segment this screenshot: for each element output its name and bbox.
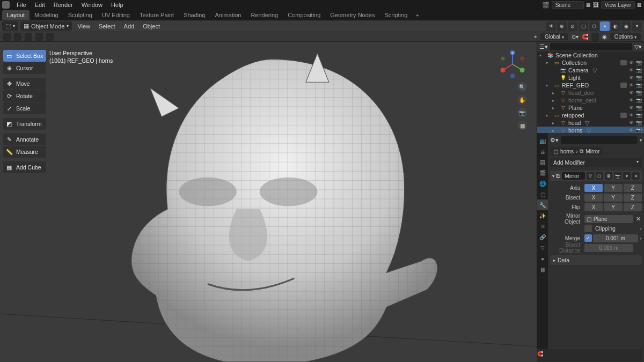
snap-target-icon[interactable]: [591, 33, 599, 41]
props-editor-type-icon[interactable]: ⚙▾: [550, 137, 559, 143]
tool-move[interactable]: ✥Move: [3, 78, 46, 90]
prop-tab-viewlayer[interactable]: 🖼: [537, 157, 548, 167]
outliner-row-ref-geo[interactable]: ▾▭REF_GEO👁📷: [537, 82, 644, 89]
mod-delete-icon[interactable]: ✕: [632, 172, 640, 180]
prop-tab-modifiers[interactable]: 🔧: [537, 200, 548, 210]
modifier-name-field[interactable]: Mirror: [562, 172, 585, 180]
tab-compositing[interactable]: Compositing: [283, 10, 325, 20]
snap-magnet-icon[interactable]: 🧲: [582, 34, 588, 40]
outliner-row-collection[interactable]: ▾▭Collection👁📷: [537, 59, 644, 67]
shading-dropdown-icon[interactable]: ▾: [632, 21, 642, 31]
prop-tab-particles[interactable]: ✨: [537, 210, 548, 221]
viewport-menu-object[interactable]: Object: [140, 22, 163, 31]
bisect-x-button[interactable]: X: [584, 194, 603, 202]
tool-add-cube[interactable]: ▦Add Cube: [3, 161, 46, 173]
transform-orientation-dropdown[interactable]: Global ▾: [540, 33, 568, 40]
tool-annotate[interactable]: ✎Annotate: [3, 134, 46, 145]
outliner-row-horns[interactable]: ▸▽horns▽👁📷: [537, 127, 644, 133]
select-vis-icon[interactable]: 👁: [546, 21, 556, 31]
prop-tab-data[interactable]: ▽: [537, 242, 548, 253]
sel-intersect-icon[interactable]: [35, 33, 43, 41]
flip-y-button[interactable]: Y: [604, 203, 622, 211]
viewport-menu-select[interactable]: Select: [96, 22, 119, 31]
tab-shading[interactable]: Shading: [179, 10, 210, 20]
axis-z-button[interactable]: Z: [624, 184, 642, 192]
mod-cage-icon[interactable]: ▢: [596, 172, 603, 180]
3d-viewport[interactable]: ▭Select Box⊕Cursor✥Move⟳Rotate⤢Scale◩Tra…: [0, 42, 537, 362]
gizmo-toggle-icon[interactable]: ⊕: [557, 21, 567, 31]
mirror-object-clear-icon[interactable]: ✕: [634, 216, 642, 222]
prop-edit-icon[interactable]: ◉: [602, 34, 607, 40]
add-modifier-dropdown[interactable]: Add Modifier▾: [550, 158, 642, 167]
shading-rendered-icon[interactable]: ◉: [621, 21, 631, 31]
outliner-row-head[interactable]: ▸▽head▽👁📷: [537, 119, 644, 127]
tab-texture-paint[interactable]: Texture Paint: [135, 10, 179, 20]
merge-value-field[interactable]: 0.001 m: [593, 234, 638, 242]
prop-tab-physics[interactable]: ⚛: [537, 221, 548, 232]
outliner-row-camera[interactable]: 📷Camera▽👁📷: [537, 67, 644, 74]
mirror-object-field[interactable]: ▢Plane: [584, 215, 633, 223]
prop-tab-output[interactable]: 🖨: [537, 146, 548, 157]
xray-icon[interactable]: ▢: [579, 21, 588, 31]
prop-tab-object[interactable]: ▢: [537, 189, 548, 200]
menu-help[interactable]: Help: [107, 1, 127, 9]
flip-x-button[interactable]: X: [584, 203, 603, 211]
tool-cursor[interactable]: ⊕Cursor: [3, 62, 46, 74]
sel-all-icon[interactable]: [3, 33, 11, 41]
viewport-menu-add[interactable]: Add: [121, 22, 138, 31]
shading-wire-icon[interactable]: ⬡: [589, 21, 599, 31]
tab-uv-editing[interactable]: UV Editing: [97, 10, 135, 20]
shading-matprev-icon[interactable]: ◐: [611, 21, 620, 31]
add-workspace-icon[interactable]: +: [412, 12, 422, 18]
props-search-input[interactable]: [561, 136, 638, 144]
tab-rendering[interactable]: Rendering: [246, 10, 283, 20]
flip-z-button[interactable]: Z: [624, 203, 642, 211]
tool-rotate[interactable]: ⟳Rotate: [3, 90, 46, 102]
properties-breadcrumb[interactable]: ▢horns › ⧉Mirror: [550, 147, 603, 156]
bisect-z-button[interactable]: Z: [624, 194, 642, 202]
viewlayer-field[interactable]: View Layer: [601, 1, 635, 9]
sel-invert-icon[interactable]: [14, 33, 21, 41]
prop-tab-constraints[interactable]: 🔗: [537, 232, 548, 242]
menu-window[interactable]: Window: [78, 1, 106, 9]
outliner-row-light[interactable]: 💡Light👁📷: [537, 74, 644, 82]
mod-render-icon[interactable]: 📷: [614, 172, 621, 180]
persp-ortho-icon[interactable]: ▦: [517, 121, 527, 130]
pan-icon[interactable]: ✋: [517, 95, 527, 105]
props-options-icon[interactable]: ▾: [640, 138, 642, 143]
tab-sculpting[interactable]: Sculpting: [63, 10, 97, 20]
outliner-row-horns-deci[interactable]: ▸▽horns_deci👁📷: [537, 97, 644, 104]
viewlayer-browse-icon[interactable]: ▦: [637, 2, 642, 8]
axis-y-button[interactable]: Y: [604, 184, 622, 192]
clipping-checkbox[interactable]: [584, 225, 592, 232]
shading-solid-icon[interactable]: ●: [600, 21, 610, 31]
viewport-menu-view[interactable]: View: [74, 22, 93, 31]
tab-animation[interactable]: Animation: [210, 10, 246, 20]
outliner-type-icon[interactable]: ☰▾: [539, 43, 548, 50]
merge-checkbox[interactable]: ✓: [584, 234, 592, 242]
tab-layout[interactable]: Layout: [2, 10, 30, 20]
tool-transform[interactable]: ◩Transform: [3, 118, 46, 130]
mode-dropdown[interactable]: ▦Object Mode▾: [20, 21, 72, 31]
scene-name-field[interactable]: Scene: [552, 1, 584, 9]
overlay-toggle-icon[interactable]: ⊙: [568, 21, 577, 31]
clipping-anim-icon[interactable]: ●: [639, 226, 642, 231]
prop-tab-texture[interactable]: ▦: [537, 264, 548, 275]
nav-gizmo[interactable]: Z: [498, 50, 527, 79]
camera-view-icon[interactable]: 📷: [517, 108, 527, 117]
axis-x-button[interactable]: X: [584, 184, 603, 192]
outliner-row-retopoed[interactable]: ▾▭retopoed👁📷: [537, 112, 644, 119]
prop-tab-render[interactable]: 📺: [537, 135, 548, 146]
sel-extend-icon[interactable]: [25, 33, 32, 41]
sel-subtract-icon[interactable]: [46, 33, 54, 41]
outliner-filter-icon[interactable]: ▽▾: [634, 43, 642, 50]
tool-scale[interactable]: ⤢Scale: [3, 102, 46, 114]
merge-anim-icon[interactable]: ●: [639, 236, 642, 241]
mod-editmode-icon[interactable]: ▽: [587, 172, 594, 180]
outliner-row-scene-collection[interactable]: ▾📚Scene Collection: [537, 51, 644, 59]
tool-measure[interactable]: 📏Measure: [3, 146, 46, 158]
mod-realtime-icon[interactable]: 🖥: [605, 172, 612, 180]
prop-tab-scene[interactable]: 🎬: [537, 167, 548, 178]
outliner-search-input[interactable]: [550, 43, 632, 50]
prop-tab-world[interactable]: 🌐: [537, 178, 548, 189]
